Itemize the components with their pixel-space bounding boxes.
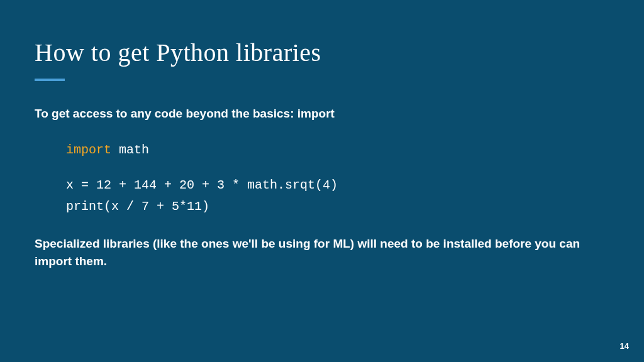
code-line-1: import math [66,140,609,161]
code-line-3: print(x / 7 + 5*11) [66,196,609,217]
slide-title: How to get Python libraries [35,38,609,67]
code-block: import math x = 12 + 144 + 20 + 3 * math… [66,140,609,217]
code-keyword-import: import [66,143,111,157]
intro-text: To get access to any code beyond the bas… [35,105,609,123]
code-text-math: math [111,143,149,157]
page-number: 14 [620,341,629,351]
outro-text: Specialized libraries (like the ones we'… [35,235,609,271]
code-line-2: x = 12 + 144 + 20 + 3 * math.srqt(4) [66,175,609,196]
title-underline [35,79,65,81]
slide-container: How to get Python libraries To get acces… [0,0,644,312]
